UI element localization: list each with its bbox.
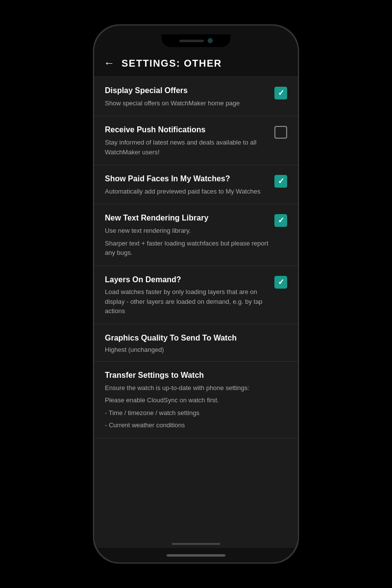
setting-label: Receive Push Notifications — [105, 125, 270, 135]
setting-desc-weather: - Current weather conditions — [105, 420, 287, 430]
setting-label: Display Special Offers — [105, 86, 270, 96]
setting-desc: Use new text rendering library. — [105, 226, 270, 236]
checkbox-layers-on-demand[interactable]: ✓ — [274, 276, 287, 289]
checkbox-unchecked-icon — [274, 126, 287, 139]
setting-desc-cloudsync: Please enable CloudSync on watch first. — [105, 395, 287, 405]
checkmark-icon: ✓ — [278, 217, 284, 224]
checkbox-checked-icon: ✓ — [274, 175, 287, 188]
checkmark-icon: ✓ — [278, 177, 284, 185]
setting-label: Layers On Demand? — [105, 275, 270, 285]
page-title: SETTINGS: OTHER — [122, 58, 222, 69]
checkbox-checked-icon: ✓ — [274, 87, 287, 99]
header: ← SETTINGS: OTHER — [94, 50, 298, 77]
setting-show-paid-faces: Show Paid Faces In My Watches? Automatic… — [94, 165, 298, 204]
setting-text: Show Paid Faces In My Watches? Automatic… — [105, 174, 270, 196]
setting-text: Graphics Quality To Send To Watch Highes… — [105, 333, 287, 353]
setting-text: Receive Push Notifications Stay informed… — [105, 125, 270, 157]
scroll-bar — [172, 543, 220, 545]
setting-desc: Automatically add previewed paid faces t… — [105, 187, 270, 196]
checkbox-display-special-offers[interactable]: ✓ — [274, 87, 287, 99]
settings-list: Display Special Offers Show special offe… — [94, 77, 298, 540]
setting-desc: Load watches faster by only loading laye… — [105, 287, 270, 316]
setting-display-special-offers: Display Special Offers Show special offe… — [94, 77, 298, 116]
setting-label: Show Paid Faces In My Watches? — [105, 174, 270, 184]
setting-label: New Text Rendering Library — [105, 213, 270, 223]
setting-layers-on-demand: Layers On Demand? Load watches faster by… — [94, 266, 298, 324]
setting-desc: Stay informed of latest news and deals a… — [105, 138, 270, 157]
checkbox-checked-icon: ✓ — [274, 276, 287, 289]
setting-graphics-quality[interactable]: Graphics Quality To Send To Watch Highes… — [94, 324, 298, 362]
setting-label: Transfer Settings to Watch — [105, 370, 287, 381]
checkbox-text-rendering[interactable]: ✓ — [274, 214, 287, 227]
setting-desc-extra: Sharper text + faster loading watchfaces… — [105, 239, 270, 258]
notch — [162, 34, 230, 47]
setting-value: Highest (unchanged) — [105, 346, 287, 353]
back-button[interactable]: ← — [104, 57, 115, 70]
camera — [208, 38, 213, 43]
home-bar — [167, 554, 225, 557]
checkbox-show-paid-faces[interactable]: ✓ — [274, 175, 287, 188]
status-bar — [94, 25, 298, 50]
setting-text: Layers On Demand? Load watches faster by… — [105, 275, 270, 316]
setting-push-notifications: Receive Push Notifications Stay informed… — [94, 116, 298, 165]
setting-text: Display Special Offers Show special offe… — [105, 86, 270, 108]
setting-desc-ensure: Ensure the watch is up-to-date with phon… — [105, 383, 287, 393]
scroll-indicator — [94, 540, 298, 548]
setting-transfer-settings[interactable]: Transfer Settings to Watch Ensure the wa… — [94, 362, 298, 439]
setting-text: Transfer Settings to Watch Ensure the wa… — [105, 370, 287, 430]
checkmark-icon: ✓ — [278, 278, 284, 286]
speaker — [179, 40, 204, 42]
setting-desc: Show special offers on WatchMaker home p… — [105, 98, 270, 108]
home-indicator — [94, 548, 298, 563]
checkmark-icon: ✓ — [278, 89, 284, 97]
phone-screen: ← SETTINGS: OTHER Display Special Offers… — [94, 25, 298, 563]
setting-desc-time: - Time / timezone / watch settings — [105, 408, 287, 418]
setting-text-rendering: New Text Rendering Library Use new text … — [94, 204, 298, 266]
phone-frame: ← SETTINGS: OTHER Display Special Offers… — [93, 24, 299, 564]
checkbox-checked-icon: ✓ — [274, 214, 287, 227]
checkbox-push-notifications[interactable] — [274, 126, 287, 139]
setting-text: New Text Rendering Library Use new text … — [105, 213, 270, 257]
setting-label: Graphics Quality To Send To Watch — [105, 333, 287, 343]
